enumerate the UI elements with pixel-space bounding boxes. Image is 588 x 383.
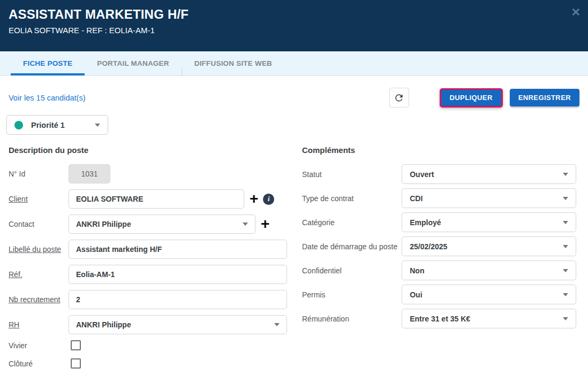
refresh-button[interactable] xyxy=(389,88,409,108)
save-button[interactable]: ENREGISTRER xyxy=(510,89,579,106)
ref-label[interactable]: Réf. xyxy=(9,270,69,279)
form-columns: Description du poste N° Id 1031 Client E… xyxy=(9,145,579,377)
chevron-down-icon xyxy=(563,221,568,224)
remuneration-label: Rémunération xyxy=(302,315,402,323)
field-row-ref: Réf. Eolia-AM-1 xyxy=(9,265,296,284)
rh-select[interactable]: ANKRI Philippe xyxy=(69,315,287,334)
modal-content: Voir les 15 candidat(s) DUPLIQUER ENREGI… xyxy=(0,88,588,377)
field-row-statut: Statut Ouvert xyxy=(302,164,576,184)
contact-label: Contact xyxy=(9,220,69,228)
job-title-label[interactable]: Libellé du poste xyxy=(9,245,69,254)
id-label: N° Id xyxy=(9,170,69,178)
field-row-id: N° Id 1031 xyxy=(9,164,296,183)
field-row-confidentiel: Confidentiel Non xyxy=(302,261,576,280)
field-row-categorie: Catégorie Employé xyxy=(302,212,576,232)
chevron-down-icon xyxy=(563,293,568,296)
refresh-icon xyxy=(394,93,404,103)
field-row-rh: RH ANKRI Philippe xyxy=(9,315,296,334)
chevron-down-icon xyxy=(563,173,568,176)
vivier-checkbox[interactable] xyxy=(71,340,81,350)
field-row-contrat: Type de contrat CDI xyxy=(302,188,576,208)
confidentiel-label: Confidentiel xyxy=(302,266,402,275)
section-heading-description: Description du poste xyxy=(9,145,296,155)
chevron-down-icon xyxy=(563,317,568,320)
duplicate-button-highlight: DUPLIQUER xyxy=(440,88,503,108)
contrat-value: CDI xyxy=(410,194,423,203)
contact-value: ANKRI Philippe xyxy=(76,220,131,228)
field-row-recruit-count: Nb recrutement 2 xyxy=(9,290,296,309)
contrat-select[interactable]: CDI xyxy=(402,188,576,208)
job-title-field[interactable]: Assistant marketing H/F xyxy=(69,240,287,259)
priority-row: Priorité 1 xyxy=(6,115,579,135)
field-row-job-title: Libellé du poste Assistant marketing H/F xyxy=(9,240,296,259)
section-heading-complements: Compléments xyxy=(302,145,576,155)
tab-portail-manager[interactable]: PORTAIL MANAGER xyxy=(85,51,182,75)
permis-select[interactable]: Oui xyxy=(402,285,576,304)
cloture-checkbox[interactable] xyxy=(71,358,81,369)
priority-value: Priorité 1 xyxy=(31,121,65,129)
field-row-remuneration: Rémunération Entre 31 et 35 K€ xyxy=(302,309,576,328)
tab-bar: FICHE POSTE PORTAIL MANAGER DIFFUSION SI… xyxy=(0,51,588,76)
contrat-label: Type de contrat xyxy=(302,194,402,203)
field-row-cloture: Clôturé xyxy=(9,358,296,369)
confidentiel-value: Non xyxy=(410,266,424,275)
remuneration-select[interactable]: Entre 31 et 35 K€ xyxy=(402,309,576,328)
ref-field[interactable]: Eolia-AM-1 xyxy=(69,265,287,284)
permis-value: Oui xyxy=(410,290,422,299)
recruit-count-label[interactable]: Nb recrutement xyxy=(9,295,69,304)
rh-label[interactable]: RH xyxy=(9,320,69,329)
section-complements: Compléments Statut Ouvert Type de contra… xyxy=(302,145,586,377)
date-demarrage-select[interactable]: 25/02/2025 xyxy=(402,236,576,256)
chevron-down-icon xyxy=(95,124,100,127)
statut-value: Ouvert xyxy=(410,170,434,179)
chevron-down-icon xyxy=(563,269,568,272)
add-client-icon[interactable]: + xyxy=(250,192,258,206)
date-demarrage-label: Date de démarrage du poste xyxy=(302,242,402,251)
view-candidates-link[interactable]: Voir les 15 candidat(s) xyxy=(9,94,85,102)
statut-select[interactable]: Ouvert xyxy=(402,164,576,184)
duplicate-button[interactable]: DUPLIQUER xyxy=(441,90,501,106)
tab-fiche-poste[interactable]: FICHE POSTE xyxy=(11,51,85,75)
remuneration-value: Entre 31 et 35 K€ xyxy=(410,315,470,323)
categorie-label: Catégorie xyxy=(302,218,402,227)
date-demarrage-value: 25/02/2025 xyxy=(410,242,447,251)
contact-select[interactable]: ANKRI Philippe xyxy=(69,215,255,234)
vivier-label: Vivier xyxy=(9,341,69,350)
statut-label: Statut xyxy=(302,170,402,179)
modal-header: ASSISTANT MARKETING H/F EOLIA SOFTWARE -… xyxy=(0,0,588,51)
priority-select[interactable]: Priorité 1 xyxy=(6,115,108,135)
page-subtitle: EOLIA SOFTWARE - REF : EOLIA-AM-1 xyxy=(9,26,579,35)
confidentiel-select[interactable]: Non xyxy=(402,261,576,280)
cloture-label: Clôturé xyxy=(9,359,69,368)
field-row-vivier: Vivier xyxy=(9,340,296,350)
chevron-down-icon xyxy=(274,323,280,326)
section-description-du-poste: Description du poste N° Id 1031 Client E… xyxy=(9,145,296,377)
client-label[interactable]: Client xyxy=(9,195,69,203)
categorie-select[interactable]: Employé xyxy=(402,212,576,232)
chevron-down-icon xyxy=(563,245,568,248)
field-row-client: Client EOLIA SOFTWARE + i xyxy=(9,189,296,209)
categorie-value: Employé xyxy=(410,218,441,227)
job-posting-modal: ASSISTANT MARKETING H/F EOLIA SOFTWARE -… xyxy=(0,0,588,383)
recruit-count-field[interactable]: 2 xyxy=(69,290,287,309)
add-contact-icon[interactable]: + xyxy=(261,217,269,232)
id-field: 1031 xyxy=(69,164,110,183)
client-info-icon[interactable]: i xyxy=(263,194,274,205)
field-row-date-demarrage: Date de démarrage du poste 25/02/2025 xyxy=(302,236,576,256)
field-row-permis: Permis Oui xyxy=(302,285,576,304)
rh-value: ANKRI Philippe xyxy=(76,320,131,329)
close-icon[interactable]: ✕ xyxy=(571,6,581,18)
field-row-contact: Contact ANKRI Philippe + xyxy=(9,215,296,234)
priority-dot-icon xyxy=(14,121,23,129)
chevron-down-icon xyxy=(243,223,248,226)
page-title: ASSISTANT MARKETING H/F xyxy=(9,7,579,22)
client-field[interactable]: EOLIA SOFTWARE xyxy=(69,189,244,209)
toolbar: Voir les 15 candidat(s) DUPLIQUER ENREGI… xyxy=(9,88,579,108)
permis-label: Permis xyxy=(302,290,402,299)
chevron-down-icon xyxy=(563,197,568,200)
tab-diffusion-site-web[interactable]: DIFFUSION SITE WEB xyxy=(182,51,284,75)
